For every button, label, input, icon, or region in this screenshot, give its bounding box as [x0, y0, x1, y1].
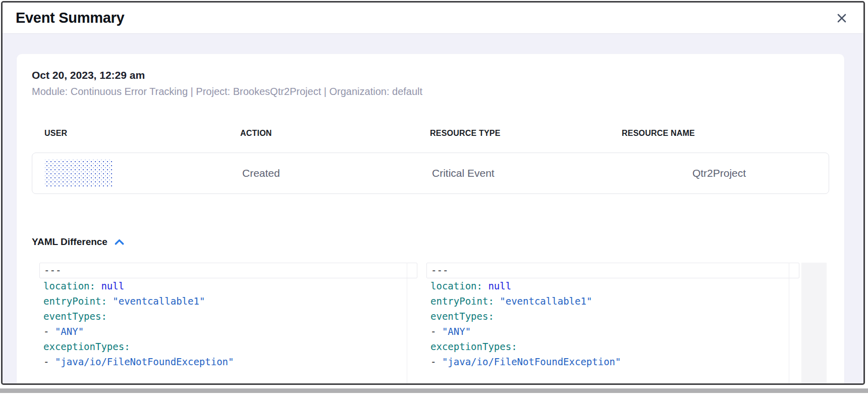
code-line: - "java/io/FileNotFoundException": [426, 354, 799, 369]
page-bottom-bar: [0, 388, 868, 393]
yaml-diff-container: ---location: nullentryPoint: "eventcalla…: [39, 263, 829, 383]
modal-title: Event Summary: [16, 10, 124, 26]
code-line: entryPoint: "eventcallable1": [426, 293, 799, 309]
modal-header: Event Summary: [3, 3, 863, 34]
code-line: ---: [426, 263, 799, 278]
code-lines-left: ---location: nullentryPoint: "eventcalla…: [39, 263, 417, 369]
yaml-diff-label: YAML Difference: [32, 236, 107, 248]
user-cell: [32, 160, 228, 187]
event-card: Oct 20, 2023, 12:29 am Module: Continuou…: [17, 54, 844, 383]
code-line: exceptionTypes:: [426, 339, 799, 354]
code-line: - "ANY": [39, 324, 417, 339]
table-row: Created Critical Event Qtr2Project: [32, 153, 829, 194]
resource-type-cell: Critical Event: [418, 167, 610, 179]
table-header-row: USER ACTION RESOURCE TYPE RESOURCE NAME: [32, 129, 829, 138]
page-background: Event Summary Oct 20, 2023, 12:29 am Mod…: [0, 0, 868, 394]
right-panel-scroll-gutter[interactable]: [789, 263, 799, 383]
code-line: - "java/io/FileNotFoundException": [39, 354, 417, 369]
resource-name-cell: Qtr2Project: [610, 167, 829, 179]
yaml-diff-header: YAML Difference: [32, 236, 829, 248]
code-lines-right: ---location: nullentryPoint: "eventcalla…: [426, 263, 799, 369]
code-line: ---: [39, 263, 417, 278]
event-meta: Module: Continuous Error Tracking | Proj…: [32, 86, 829, 97]
code-line: eventTypes:: [39, 309, 417, 324]
close-icon: [836, 12, 848, 24]
collapse-toggle-button[interactable]: [114, 237, 125, 247]
left-panel-scroll-gutter[interactable]: [407, 263, 417, 383]
column-header-user: USER: [32, 129, 228, 138]
action-cell: Created: [228, 167, 418, 179]
code-line: entryPoint: "eventcallable1": [39, 293, 417, 309]
event-summary-modal: Event Summary Oct 20, 2023, 12:29 am Mod…: [1, 1, 865, 385]
diff-scrollbar-track[interactable]: [801, 263, 827, 383]
code-line: eventTypes:: [426, 309, 799, 324]
event-timestamp: Oct 20, 2023, 12:29 am: [32, 69, 829, 81]
redacted-user-pattern: [45, 160, 113, 187]
modal-body: Oct 20, 2023, 12:29 am Module: Continuou…: [3, 34, 863, 383]
code-line: location: null: [426, 278, 799, 293]
diff-panel-left[interactable]: ---location: nullentryPoint: "eventcalla…: [39, 263, 417, 383]
close-button[interactable]: [833, 10, 850, 27]
column-header-resource-type: RESOURCE TYPE: [417, 129, 609, 138]
code-line: exceptionTypes:: [39, 339, 417, 354]
chevron-up-icon: [114, 237, 125, 247]
column-header-resource-name: RESOURCE NAME: [609, 129, 829, 138]
diff-panel-right[interactable]: ---location: nullentryPoint: "eventcalla…: [426, 263, 799, 383]
column-header-action: ACTION: [228, 129, 417, 138]
code-line: - "ANY": [426, 324, 799, 339]
code-line: location: null: [39, 278, 417, 293]
